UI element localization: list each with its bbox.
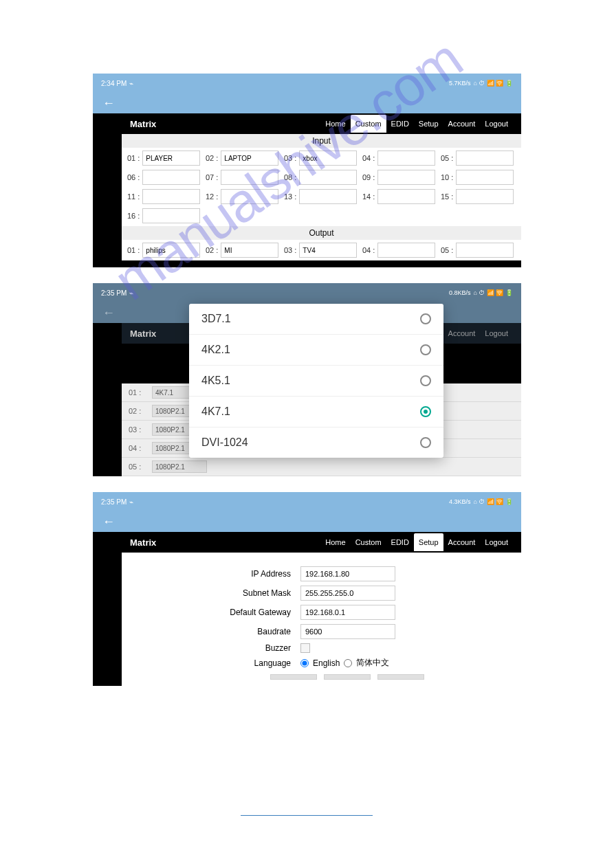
- output-field-01[interactable]: [142, 243, 200, 258]
- edid-option[interactable]: 3D7.1: [189, 304, 443, 335]
- brand-label: Matrix: [130, 119, 156, 129]
- inputs-grid: 01 :02 :03 :04 :05 :06 :07 :08 :09 :10 :…: [122, 148, 521, 226]
- output-field-05[interactable]: [456, 243, 514, 258]
- edid-option-label: DVI-1024: [201, 436, 248, 449]
- edid-option[interactable]: 4K2.1: [189, 335, 443, 366]
- output-field-03[interactable]: [299, 243, 357, 258]
- tab-account[interactable]: Account: [443, 115, 481, 133]
- tab-setup[interactable]: Setup: [414, 115, 443, 133]
- tab-custom[interactable]: Custom: [351, 533, 386, 551]
- tab-account[interactable]: Account: [443, 324, 481, 342]
- input-field-12[interactable]: [221, 189, 278, 204]
- status-bar: 2:35 PM ⌁ 0.8KB/s ⌂ ⏱ 📶 🛜 🔋: [93, 283, 521, 302]
- section-input-head: Input: [122, 134, 521, 148]
- tab-edid[interactable]: EDID: [386, 115, 414, 133]
- ip-input[interactable]: [300, 566, 395, 581]
- ip-label: IP Address: [122, 569, 300, 579]
- input-field-15[interactable]: [456, 189, 514, 204]
- radio-icon: [420, 375, 431, 386]
- input-cell: 13 :: [284, 189, 357, 204]
- gw-input[interactable]: [300, 605, 395, 620]
- baud-label: Baudrate: [122, 627, 300, 636]
- status-bar: 2:35 PM ⌁ 4.3KB/s ⌂ ⏱ 📶 🛜 🔋: [93, 492, 521, 511]
- back-icon[interactable]: ←: [102, 307, 115, 319]
- status-bar: 2:34 PM ⌁ 5.7KB/s ⌂ ⏱ 📶 🛜 🔋: [93, 74, 521, 93]
- output-num: 04 :: [362, 246, 375, 254]
- output-num: 02 :: [206, 246, 218, 254]
- back-icon[interactable]: ←: [102, 515, 115, 528]
- tab-home[interactable]: Home: [320, 533, 350, 551]
- input-field-08[interactable]: [299, 170, 357, 185]
- edid-option-label: 3D7.1: [201, 313, 231, 325]
- input-num: 03 :: [284, 154, 296, 162]
- input-field-13[interactable]: [299, 189, 357, 204]
- output-field-04[interactable]: [377, 243, 435, 258]
- setup-button-3[interactable]: [377, 674, 424, 680]
- input-field-04[interactable]: [377, 151, 435, 166]
- input-num: 11 :: [127, 192, 140, 201]
- input-cell: 15 :: [441, 189, 514, 204]
- edid-option[interactable]: 4K5.1: [189, 366, 443, 397]
- screenshot-edid: 2:35 PM ⌁ 0.8KB/s ⌂ ⏱ 📶 🛜 🔋 ← Matrix . S…: [93, 283, 521, 476]
- input-num: 13 :: [284, 192, 296, 201]
- lang-cn-radio[interactable]: [344, 659, 352, 667]
- baud-input[interactable]: [300, 624, 395, 639]
- input-num: 04 :: [362, 154, 375, 162]
- output-num: 03 :: [284, 246, 296, 254]
- header-bar: Matrix Home Custom EDID Setup Account Lo…: [122, 532, 521, 553]
- tab-logout[interactable]: Logout: [480, 115, 513, 133]
- mask-input[interactable]: [300, 586, 395, 601]
- nav-tabs: Home Custom EDID Setup Account Logout: [320, 115, 513, 133]
- input-field-09[interactable]: [377, 170, 435, 185]
- output-cell: 01 :: [127, 243, 200, 258]
- setup-button-2[interactable]: [324, 674, 371, 680]
- status-time: 2:35 PM: [101, 498, 127, 506]
- input-cell: 03 :: [284, 151, 357, 166]
- tab-custom[interactable]: Custom: [351, 115, 386, 133]
- input-field-03[interactable]: [299, 151, 357, 166]
- input-field-06[interactable]: [142, 170, 200, 185]
- input-field-14[interactable]: [377, 189, 435, 204]
- net-speed: 0.8KB/s: [449, 289, 471, 296]
- brand-label: Matrix: [130, 537, 156, 548]
- status-icons: ⌂ ⏱ 📶 🛜 🔋: [474, 289, 513, 296]
- input-field-16[interactable]: [142, 208, 200, 223]
- tab-logout[interactable]: Logout: [480, 533, 513, 551]
- input-field-02[interactable]: [221, 151, 278, 166]
- output-field-02[interactable]: [221, 243, 278, 258]
- tab-home[interactable]: Home: [320, 115, 350, 133]
- input-num: 09 :: [362, 173, 375, 181]
- input-field-10[interactable]: [456, 170, 514, 185]
- tab-account[interactable]: Account: [443, 533, 481, 551]
- lang-en-radio[interactable]: [300, 659, 309, 667]
- header-bar: Matrix Home Custom EDID Setup Account Lo…: [122, 113, 521, 134]
- sim-icon: ⌁: [129, 80, 133, 87]
- setup-button-1[interactable]: [270, 674, 317, 680]
- nav-back-bar: ←: [93, 511, 521, 532]
- input-field-11[interactable]: [142, 189, 200, 204]
- tab-logout[interactable]: Logout: [480, 324, 513, 342]
- edid-option[interactable]: DVI-1024: [189, 427, 443, 458]
- status-time: 2:34 PM: [101, 80, 127, 87]
- output-cell: 04 :: [362, 243, 435, 258]
- black-side: [93, 113, 122, 267]
- status-icons: ⌂ ⏱ 📶 🛜 🔋: [474, 498, 513, 505]
- edid-option-label: 4K5.1: [201, 375, 230, 387]
- tab-edid[interactable]: EDID: [386, 533, 414, 551]
- input-field-07[interactable]: [221, 170, 278, 185]
- sim-icon: ⌁: [129, 498, 133, 506]
- input-cell: 07 :: [206, 170, 278, 185]
- mask-label: Subnet Mask: [122, 588, 300, 598]
- output-num: 05 :: [441, 246, 453, 254]
- tab-setup[interactable]: Setup: [414, 533, 443, 551]
- buzzer-checkbox[interactable]: [300, 643, 310, 653]
- input-field-05[interactable]: [456, 151, 514, 166]
- back-icon[interactable]: ←: [102, 97, 115, 109]
- footer-divider: [241, 815, 373, 816]
- input-field-01[interactable]: [142, 151, 200, 166]
- input-cell: 16 :: [127, 208, 200, 223]
- edid-option-label: 4K7.1: [201, 405, 230, 418]
- black-side: [93, 532, 122, 686]
- edid-option[interactable]: 4K7.1: [189, 397, 443, 427]
- status-time: 2:35 PM: [101, 289, 127, 297]
